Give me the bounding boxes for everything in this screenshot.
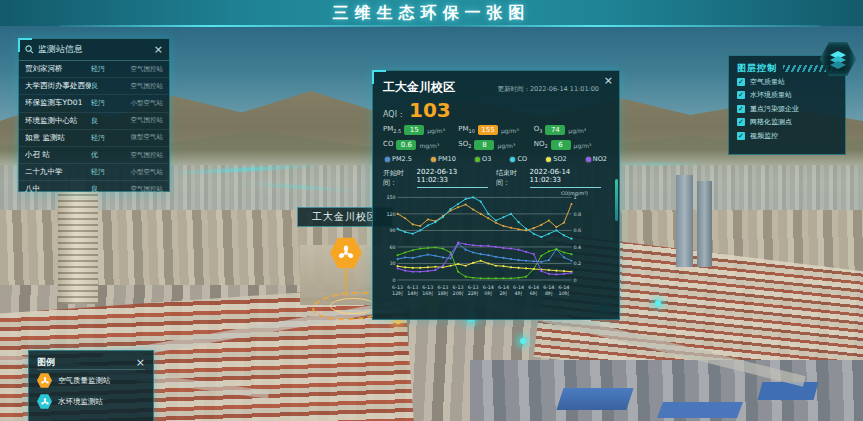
legend-dot-icon bbox=[475, 157, 480, 162]
legend-label: SO2 bbox=[553, 155, 566, 163]
station-aqi-level: 轻污 bbox=[91, 98, 113, 108]
legend-item[interactable]: 空气质量监测站 bbox=[37, 370, 145, 391]
pollutant-cell: CO 0.6 mg/m³ bbox=[383, 140, 458, 150]
pollutant-cell: PM2.5 15 μg/m³ bbox=[383, 125, 458, 135]
app-header: 三维生态环保一张图 bbox=[0, 0, 863, 26]
pollutant-cell: PM10 155 μg/m³ bbox=[458, 125, 533, 135]
station-name: 环境监测中心站 bbox=[25, 116, 91, 126]
legend-dot-icon bbox=[586, 157, 591, 162]
station-type: 空气国控站 bbox=[113, 82, 163, 91]
svg-text:0.6: 0.6 bbox=[573, 227, 581, 233]
landmark-tower bbox=[58, 192, 98, 304]
svg-text:6-140时: 6-140时 bbox=[483, 284, 494, 296]
station-list-item[interactable]: 二十九中学 轻污 小型空气站 bbox=[19, 164, 169, 181]
aqi-value: 103 bbox=[409, 100, 451, 120]
svg-text:6-1314时: 6-1314时 bbox=[407, 284, 418, 296]
checkbox-checked-icon[interactable]: ✓ bbox=[737, 78, 745, 86]
svg-text:0: 0 bbox=[393, 277, 396, 283]
pollutant-unit: μg/m³ bbox=[568, 127, 586, 134]
station-type: 空气国控站 bbox=[113, 65, 163, 74]
layer-toggle-item[interactable]: ✓ 空气质量站 bbox=[737, 75, 837, 89]
station-aqi-level: 良 bbox=[91, 81, 113, 91]
layer-label: 重点污染源企业 bbox=[750, 104, 799, 114]
close-icon[interactable]: × bbox=[154, 44, 163, 55]
station-detail-popup: × 工大金川校区 更新时间：2022-06-14 11:01:00 AQI： 1… bbox=[372, 70, 620, 320]
legend-panel-title: 图例 bbox=[37, 356, 136, 369]
legend-dot-icon bbox=[431, 157, 436, 162]
pollutant-trend-chart: 030609012015000.20.40.60.81CO(mg/m³)6-13… bbox=[383, 190, 609, 304]
map-point-glow bbox=[520, 338, 526, 344]
blue-roof-warehouse bbox=[657, 402, 743, 418]
station-list-item[interactable]: 环境监测中心站 良 空气国控站 bbox=[19, 113, 169, 130]
layer-toggle-item[interactable]: ✓ 水环境质量站 bbox=[737, 89, 837, 103]
station-aqi-level: 优 bbox=[91, 150, 113, 160]
pollutant-value-badge: 6 bbox=[551, 140, 571, 150]
checkbox-checked-icon[interactable]: ✓ bbox=[737, 132, 745, 140]
popup-scrollbar[interactable] bbox=[615, 179, 618, 221]
pollutant-value-badge: 15 bbox=[404, 125, 424, 135]
pollutant-unit: μg/m³ bbox=[574, 142, 592, 149]
svg-text:6-1322时: 6-1322时 bbox=[468, 284, 479, 296]
station-aqi-level: 轻污 bbox=[91, 133, 113, 143]
chart-legend-item[interactable]: PM10 bbox=[431, 155, 456, 163]
pollutant-unit: μg/m³ bbox=[427, 127, 445, 134]
station-list-item[interactable]: 如意 监测站 轻污 微型空气站 bbox=[19, 130, 169, 147]
legend-list: 空气质量监测站 水环境监测站 bbox=[37, 370, 145, 412]
header-accent-line-left bbox=[59, 25, 440, 27]
svg-text:6-148时: 6-148时 bbox=[543, 284, 554, 296]
layer-toggle-item[interactable]: ✓ 网格化监测点 bbox=[737, 116, 837, 130]
layers-icon bbox=[828, 49, 848, 69]
pollutant-name: CO bbox=[383, 140, 393, 149]
pollutant-value-badge: 8 bbox=[474, 140, 494, 150]
pollutant-value-badge: 74 bbox=[545, 125, 565, 135]
checkbox-checked-icon[interactable]: ✓ bbox=[737, 118, 745, 126]
popup-station-title: 工大金川校区 bbox=[383, 79, 455, 96]
pollutant-value-badge: 0.6 bbox=[396, 140, 416, 150]
station-aqi-level: 良 bbox=[91, 184, 113, 194]
pollutant-grid: PM2.5 15 μg/m³ PM10 155 μg/m³ O3 74 μg/m… bbox=[383, 125, 609, 150]
pollutant-name: PM10 bbox=[458, 125, 475, 134]
legend-marker-icon bbox=[37, 394, 52, 410]
station-type: 小型空气站 bbox=[113, 99, 163, 108]
station-aqi-level: 轻污 bbox=[91, 64, 113, 74]
pollutant-unit: μg/m³ bbox=[501, 127, 519, 134]
chart-legend-item[interactable]: PM2.5 bbox=[385, 155, 412, 163]
search-icon[interactable] bbox=[25, 45, 34, 54]
station-name: 二十九中学 bbox=[25, 167, 91, 177]
checkbox-checked-icon[interactable]: ✓ bbox=[737, 91, 745, 99]
svg-text:CO(mg/m³): CO(mg/m³) bbox=[561, 190, 588, 196]
svg-text:6-144时: 6-144时 bbox=[513, 284, 524, 296]
chart-legend-item[interactable]: NO2 bbox=[586, 155, 607, 163]
pollutant-name: PM2.5 bbox=[383, 125, 401, 134]
svg-text:0.4: 0.4 bbox=[573, 244, 581, 250]
blue-roof-warehouse bbox=[556, 388, 633, 410]
start-time-input[interactable]: 2022-06-13 11:02:33 bbox=[417, 168, 488, 188]
station-list-item[interactable]: 环保监测车YD01 轻污 小型空气站 bbox=[19, 95, 169, 112]
station-list-item[interactable]: 贾刘家河桥 轻污 空气国控站 bbox=[19, 61, 169, 78]
end-time-input[interactable]: 2022-06-14 11:02:33 bbox=[530, 168, 601, 188]
station-name: 八中 bbox=[25, 184, 91, 194]
chart-legend-item[interactable]: SO2 bbox=[546, 155, 566, 163]
layer-toggle-item[interactable]: ✓ 重点污染源企业 bbox=[737, 102, 837, 116]
station-type: 空气国控站 bbox=[113, 151, 163, 160]
close-icon[interactable]: × bbox=[136, 357, 145, 368]
checkbox-checked-icon[interactable]: ✓ bbox=[737, 105, 745, 113]
svg-text:0: 0 bbox=[573, 277, 576, 283]
close-icon[interactable]: × bbox=[604, 75, 613, 86]
station-list-item[interactable]: 大学西街办事处西侧 良 空气国控站 bbox=[19, 78, 169, 95]
layer-toggle-item[interactable]: ✓ 视频监控 bbox=[737, 129, 837, 143]
station-list-item[interactable]: 小召 站 优 空气国控站 bbox=[19, 147, 169, 164]
svg-text:6-142时: 6-142时 bbox=[498, 284, 509, 296]
station-list-item[interactable]: 八中 良 空气国控站 bbox=[19, 181, 169, 198]
legend-label: PM10 bbox=[438, 155, 456, 163]
station-name: 贾刘家河桥 bbox=[25, 64, 91, 74]
chart-legend-item[interactable]: CO bbox=[510, 155, 527, 163]
chart-legend-item[interactable]: O3 bbox=[475, 155, 491, 163]
highrise-tower bbox=[697, 181, 712, 267]
svg-text:6-146时: 6-146时 bbox=[528, 284, 539, 296]
pollutant-name: SO2 bbox=[458, 140, 471, 149]
station-panel-titlebar: 监测站信息 × bbox=[19, 39, 169, 61]
pollutant-cell: SO2 8 μg/m³ bbox=[458, 140, 533, 150]
legend-item[interactable]: 水环境监测站 bbox=[37, 391, 145, 412]
line-chart-canvas[interactable]: 030609012015000.20.40.60.81CO(mg/m³)6-13… bbox=[383, 190, 589, 300]
